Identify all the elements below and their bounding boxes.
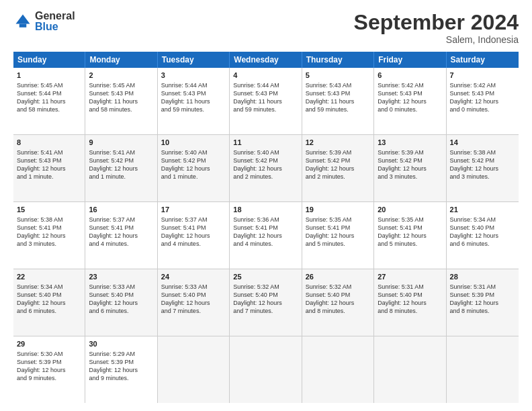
day-info: Sunset: 5:40 PM (89, 291, 134, 298)
day-info: and 4 minutes. (161, 240, 201, 247)
table-row: 28Sunrise: 5:31 AMSunset: 5:39 PMDayligh… (447, 269, 519, 336)
day-info: Daylight: 12 hours (378, 232, 427, 239)
day-info: Sunset: 5:42 PM (378, 157, 423, 164)
header: General Blue September 2024 Salem, Indon… (13, 11, 519, 45)
table-row: 16Sunrise: 5:37 AMSunset: 5:41 PMDayligh… (85, 202, 157, 269)
day-info: Daylight: 12 hours (17, 165, 66, 172)
table-row: 11Sunrise: 5:40 AMSunset: 5:42 PMDayligh… (230, 135, 302, 201)
day-info: Sunset: 5:40 PM (17, 291, 62, 298)
day-info: and 3 minutes. (17, 240, 56, 247)
day-number: 24 (161, 272, 226, 282)
table-row: 10Sunrise: 5:40 AMSunset: 5:42 PMDayligh… (158, 135, 230, 201)
day-number: 1 (17, 71, 81, 81)
table-row: 18Sunrise: 5:36 AMSunset: 5:41 PMDayligh… (230, 202, 302, 269)
day-info: Daylight: 12 hours (161, 300, 210, 306)
table-row: 17Sunrise: 5:37 AMSunset: 5:41 PMDayligh… (158, 202, 230, 269)
day-number: 16 (89, 205, 153, 215)
day-info: Sunrise: 5:44 AM (161, 82, 208, 89)
day-number: 27 (378, 272, 442, 282)
day-info: Sunrise: 5:34 AM (17, 283, 63, 290)
day-info: Sunset: 5:43 PM (378, 90, 423, 97)
week-row-4: 22Sunrise: 5:34 AMSunset: 5:40 PMDayligh… (13, 269, 519, 336)
table-row (374, 336, 446, 403)
day-number: 9 (89, 138, 153, 148)
day-info: and 1 minute. (17, 173, 54, 180)
day-info: Daylight: 12 hours (161, 232, 210, 239)
day-number: 2 (89, 71, 153, 81)
header-tuesday: Tuesday (158, 52, 230, 68)
day-info: Sunrise: 5:36 AM (233, 216, 279, 223)
header-friday: Friday (374, 52, 446, 68)
day-number: 21 (450, 205, 515, 215)
day-number: 14 (450, 138, 515, 148)
day-info: Sunset: 5:41 PM (306, 224, 351, 231)
day-info: Sunset: 5:41 PM (17, 224, 62, 231)
day-info: and 5 minutes. (306, 240, 345, 247)
day-number: 30 (89, 339, 153, 349)
logo-text: General Blue (35, 11, 75, 32)
day-info: Sunset: 5:39 PM (17, 359, 62, 365)
table-row: 19Sunrise: 5:35 AMSunset: 5:41 PMDayligh… (302, 202, 374, 269)
day-info: Daylight: 12 hours (17, 232, 66, 239)
day-info: Sunset: 5:41 PM (161, 224, 206, 231)
header-monday: Monday (85, 52, 157, 68)
day-info: Daylight: 12 hours (17, 367, 66, 373)
calendar-header: Sunday Monday Tuesday Wednesday Thursday… (13, 52, 519, 68)
day-info: Sunset: 5:40 PM (378, 291, 423, 298)
table-row: 6Sunrise: 5:42 AMSunset: 5:43 PMDaylight… (374, 68, 446, 134)
day-info: Daylight: 12 hours (89, 165, 138, 172)
day-info: Sunrise: 5:37 AM (161, 216, 208, 223)
svg-marker-0 (16, 15, 30, 24)
day-info: Sunrise: 5:42 AM (450, 82, 496, 89)
week-row-3: 15Sunrise: 5:38 AMSunset: 5:41 PMDayligh… (13, 202, 519, 269)
day-info: Daylight: 12 hours (89, 232, 138, 239)
day-info: Daylight: 12 hours (378, 300, 427, 306)
day-info: Sunrise: 5:40 AM (233, 149, 279, 156)
day-info: and 2 minutes. (233, 173, 273, 180)
day-info: Sunrise: 5:35 AM (378, 216, 424, 223)
calendar-body: 1Sunrise: 5:45 AMSunset: 5:44 PMDaylight… (13, 68, 519, 403)
day-info: and 8 minutes. (306, 308, 345, 314)
day-info: Sunrise: 5:42 AM (378, 82, 424, 89)
table-row (230, 336, 302, 403)
table-row (302, 336, 374, 403)
day-number: 22 (17, 272, 81, 282)
day-number: 7 (450, 71, 515, 81)
day-info: and 5 minutes. (378, 240, 417, 247)
table-row: 12Sunrise: 5:39 AMSunset: 5:42 PMDayligh… (302, 135, 374, 201)
table-row: 22Sunrise: 5:34 AMSunset: 5:40 PMDayligh… (13, 269, 85, 336)
day-info: Sunset: 5:39 PM (89, 359, 134, 365)
day-info: Sunrise: 5:30 AM (17, 351, 63, 357)
day-info: and 3 minutes. (450, 173, 490, 180)
table-row: 15Sunrise: 5:38 AMSunset: 5:41 PMDayligh… (13, 202, 85, 269)
day-number: 20 (378, 205, 442, 215)
month-title: September 2024 (354, 11, 519, 34)
week-row-2: 8Sunrise: 5:41 AMSunset: 5:43 PMDaylight… (13, 135, 519, 202)
logo-blue: Blue (35, 21, 75, 32)
day-number: 23 (89, 272, 153, 282)
day-info: and 6 minutes. (17, 308, 56, 314)
calendar: Sunday Monday Tuesday Wednesday Thursday… (13, 52, 519, 403)
day-info: Daylight: 11 hours (89, 98, 138, 105)
day-info: Sunset: 5:42 PM (306, 157, 351, 164)
day-info: Sunset: 5:39 PM (450, 291, 495, 298)
day-info: and 4 minutes. (89, 240, 128, 247)
day-info: and 2 minutes. (306, 173, 345, 180)
day-info: Sunrise: 5:45 AM (17, 82, 63, 89)
day-info: and 7 minutes. (161, 308, 201, 314)
day-number: 10 (161, 138, 226, 148)
day-info: and 9 minutes. (17, 375, 56, 381)
day-info: Sunset: 5:43 PM (17, 157, 62, 164)
day-info: and 6 minutes. (89, 308, 128, 314)
table-row: 27Sunrise: 5:31 AMSunset: 5:40 PMDayligh… (374, 269, 446, 336)
page: General Blue September 2024 Salem, Indon… (0, 0, 532, 411)
day-info: and 4 minutes. (233, 240, 273, 247)
logo-general: General (35, 11, 75, 21)
day-info: Daylight: 12 hours (378, 165, 427, 172)
header-sunday: Sunday (13, 52, 85, 68)
day-info: Sunset: 5:41 PM (233, 224, 278, 231)
day-info: Sunset: 5:43 PM (233, 90, 278, 97)
day-info: and 59 minutes. (233, 106, 276, 113)
day-info: Sunrise: 5:35 AM (306, 216, 352, 223)
week-row-1: 1Sunrise: 5:45 AMSunset: 5:44 PMDaylight… (13, 68, 519, 135)
